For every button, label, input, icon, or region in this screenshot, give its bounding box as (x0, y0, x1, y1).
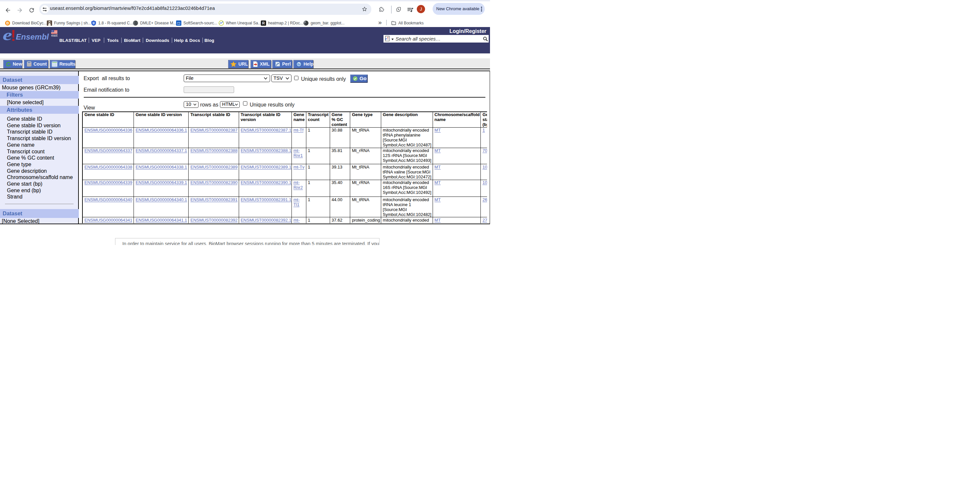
svg-text:IPI: IPI (177, 22, 180, 24)
svg-text:?: ? (298, 62, 300, 66)
svg-text:R: R (262, 21, 265, 25)
svg-text:B: B (6, 21, 9, 25)
